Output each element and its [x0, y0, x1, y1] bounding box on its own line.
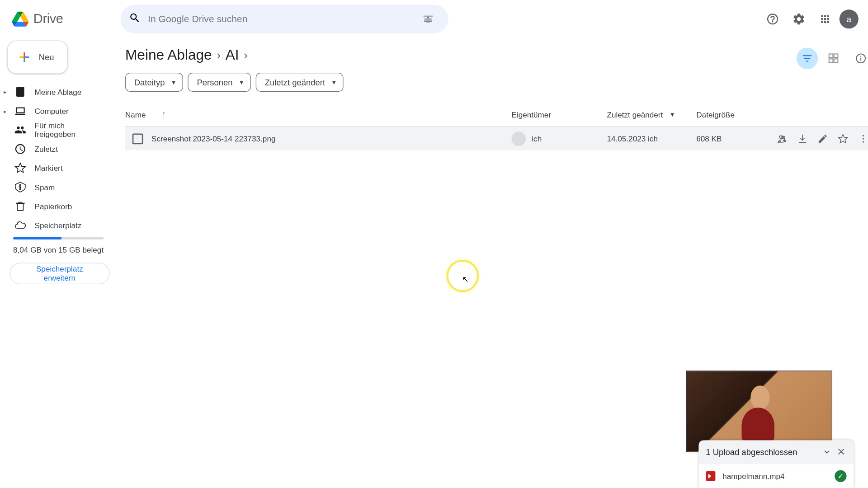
sidebar: Neu ▸ Meine Ablage ▸ Computer Für mich f…: [0, 38, 117, 488]
settings-icon[interactable]: [787, 7, 811, 31]
svg-point-2: [863, 135, 864, 136]
support-icon[interactable]: [761, 7, 785, 31]
svg-point-4: [863, 141, 864, 142]
modified-cell: 14.05.2023 ich: [607, 134, 696, 143]
info-button[interactable]: [849, 47, 868, 70]
chip-people[interactable]: Personen▼: [188, 73, 251, 92]
close-toast-button[interactable]: [836, 446, 847, 459]
chip-filetype[interactable]: Dateityp▼: [125, 73, 183, 92]
shared-icon: [14, 124, 26, 136]
star-button[interactable]: [835, 130, 851, 147]
more-button[interactable]: [855, 130, 868, 147]
app-name: Drive: [33, 11, 63, 27]
col-modified[interactable]: Zuletzt geändert▼: [607, 103, 696, 127]
avatar[interactable]: a: [840, 9, 859, 28]
header: Drive a: [0, 0, 868, 38]
upload-title: 1 Upload abgeschlossen: [706, 447, 797, 457]
row-actions: [774, 130, 868, 147]
download-button[interactable]: [794, 130, 811, 147]
rename-button[interactable]: [814, 130, 831, 147]
breadcrumb: Meine Ablage › AI ›: [125, 47, 868, 63]
filter-chips: Dateityp▼ Personen▼ Zuletzt geändert▼: [125, 73, 868, 92]
storage-bar: [13, 237, 104, 239]
sidebar-item-label: Zuletzt: [34, 145, 57, 154]
search-bar[interactable]: [120, 5, 448, 33]
grid-view-button[interactable]: [821, 47, 845, 70]
svg-point-3: [863, 138, 864, 139]
sidebar-item-label: Papierkorb: [34, 202, 72, 211]
col-owner[interactable]: Eigentümer: [511, 103, 607, 127]
collapse-toast-button[interactable]: [821, 446, 832, 459]
column-headers: Name↑ Eigentümer Zuletzt geändert▼ Datei…: [125, 103, 868, 127]
new-button-label: Neu: [39, 52, 54, 62]
highlight-ring: [447, 260, 479, 292]
sort-asc-icon: ↑: [161, 109, 166, 120]
search-options-icon[interactable]: [416, 7, 440, 31]
sidebar-item-computers[interactable]: ▸ Computer: [7, 101, 110, 120]
storage-text: 8,04 GB von 15 GB belegt: [13, 245, 110, 254]
recent-icon: [14, 143, 26, 155]
sidebar-item-recent[interactable]: Zuletzt: [7, 140, 110, 159]
chip-modified[interactable]: Zuletzt geändert▼: [256, 73, 344, 92]
search-icon: [129, 12, 141, 26]
plus-icon: [17, 50, 32, 65]
new-button[interactable]: Neu: [7, 41, 68, 74]
sidebar-item-label: Meine Ablage: [34, 87, 81, 96]
chevron-right-icon: ›: [217, 48, 221, 61]
upload-file-row[interactable]: hampelmann.mp4 ✓: [699, 464, 854, 488]
sidebar-item-mydrive[interactable]: ▸ Meine Ablage: [7, 82, 110, 101]
upload-filename: hampelmann.mp4: [722, 472, 784, 481]
col-name[interactable]: Name↑: [125, 103, 512, 127]
caret-down-icon: ▼: [670, 111, 675, 118]
size-cell: 608 KB: [696, 134, 774, 143]
search-input[interactable]: [148, 14, 416, 24]
row-checkbox[interactable]: [132, 133, 143, 144]
success-check-icon: ✓: [835, 470, 846, 482]
sidebar-item-label: Computer: [34, 106, 68, 115]
sidebar-item-label: Speicherplatz: [34, 221, 81, 230]
drive-logo-icon: [12, 11, 28, 28]
sidebar-item-starred[interactable]: Markiert: [7, 159, 110, 178]
caret-down-icon: ▼: [331, 79, 337, 86]
expand-icon[interactable]: ▸: [4, 89, 7, 95]
file-name: Screenshot 2023-05-14 223733.png: [151, 134, 276, 143]
caret-down-icon: ▼: [171, 79, 177, 86]
file-row[interactable]: Screenshot 2023-05-14 223733.png ich 14.…: [125, 127, 868, 150]
trash-icon: [14, 200, 26, 212]
sidebar-item-storage[interactable]: Speicherplatz: [7, 216, 110, 235]
apps-icon[interactable]: [813, 7, 837, 31]
star-icon: [14, 162, 26, 174]
breadcrumb-current[interactable]: AI: [226, 47, 239, 63]
upgrade-storage-button[interactable]: Speicherplatz erweitern: [9, 263, 110, 284]
computer-icon: [14, 105, 26, 117]
sidebar-item-trash[interactable]: Papierkorb: [7, 197, 110, 216]
cloud-icon: [14, 219, 26, 231]
mydrive-icon: [14, 86, 26, 98]
upload-toast: 1 Upload abgeschlossen hampelmann.mp4 ✓: [699, 441, 854, 488]
filter-toggle-button[interactable]: [797, 47, 818, 69]
owner-cell: ich: [511, 131, 607, 146]
logo[interactable]: Drive: [7, 11, 117, 28]
spam-icon: [14, 181, 26, 193]
cursor-icon: ↖: [462, 274, 469, 284]
sidebar-item-spam[interactable]: Spam: [7, 178, 110, 197]
video-file-icon: [706, 471, 715, 481]
sidebar-item-shared[interactable]: Für mich freigegeben: [7, 120, 110, 139]
col-size[interactable]: Dateigröße: [696, 103, 774, 127]
filter-icon: [802, 53, 813, 64]
caret-down-icon: ▼: [239, 79, 245, 86]
sidebar-item-label: Für mich freigegeben: [34, 121, 105, 139]
owner-avatar-icon: [511, 131, 526, 146]
sidebar-item-label: Spam: [34, 183, 55, 192]
expand-icon[interactable]: ▸: [4, 108, 7, 114]
sidebar-item-label: Markiert: [34, 164, 62, 173]
share-button[interactable]: [774, 130, 791, 147]
chevron-right-icon: ›: [244, 48, 248, 61]
breadcrumb-root[interactable]: Meine Ablage: [125, 47, 212, 63]
